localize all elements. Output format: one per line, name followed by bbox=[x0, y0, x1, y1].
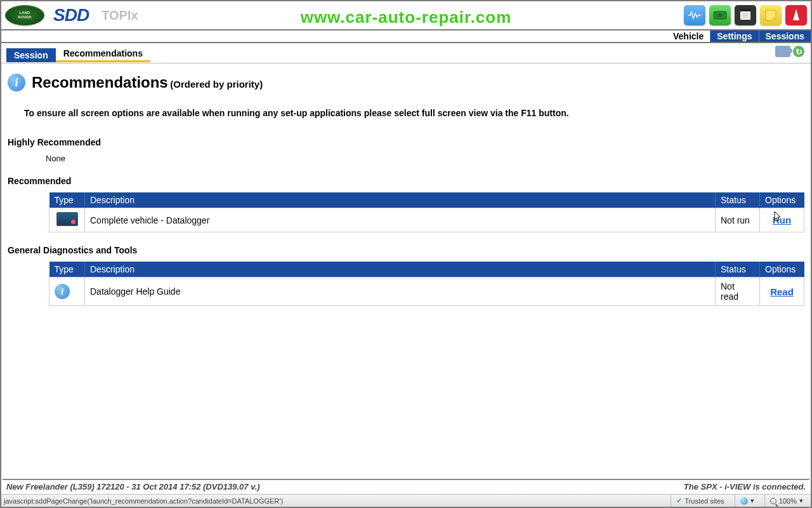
th-options: Options bbox=[760, 192, 804, 208]
info-type-icon: i bbox=[55, 284, 70, 299]
th-type: Type bbox=[49, 262, 85, 277]
dropdown-arrow-icon: ▾ bbox=[750, 497, 754, 505]
topbar-icons bbox=[684, 5, 807, 25]
tab-session[interactable]: Session bbox=[6, 48, 56, 62]
status-connection: The SPX - i-VIEW is connected. bbox=[684, 482, 806, 491]
oscilloscope-icon[interactable] bbox=[684, 5, 705, 25]
type-cell: i bbox=[49, 277, 85, 306]
instruction-text: To ensure all screen options are availab… bbox=[24, 108, 804, 118]
recommended-table: Type Description Status Options Complete… bbox=[49, 192, 804, 232]
svg-point-1 bbox=[718, 13, 722, 17]
sdd-logo: SDD bbox=[53, 5, 89, 25]
zoom-control[interactable]: 100% ▾ bbox=[764, 495, 808, 507]
th-options: Options bbox=[760, 262, 804, 277]
camera-icon[interactable] bbox=[775, 46, 790, 57]
app-topbar: LANDROVER SDD TOPIx www.car-auto-repair.… bbox=[1, 1, 811, 29]
status-cell: Not run bbox=[716, 208, 760, 232]
page-title: Recommendations bbox=[32, 74, 168, 91]
th-status: Status bbox=[716, 192, 760, 208]
options-cell: Read bbox=[760, 277, 804, 306]
th-description: Description bbox=[85, 262, 716, 277]
sticky-note-icon[interactable] bbox=[760, 5, 782, 25]
money-icon[interactable] bbox=[709, 5, 731, 25]
browser-status-bar: javascript:sddPageChange('launch_recomme… bbox=[1, 494, 811, 507]
read-link[interactable]: Read bbox=[770, 286, 794, 297]
notepad-icon[interactable] bbox=[735, 5, 756, 25]
th-type: Type bbox=[49, 192, 85, 208]
run-link[interactable]: Run bbox=[773, 215, 791, 225]
watermark-text: www.car-auto-repair.com bbox=[301, 8, 512, 27]
status-protected-mode[interactable]: ▾ bbox=[735, 495, 759, 507]
magnifier-icon bbox=[770, 498, 776, 504]
datalogger-type-icon bbox=[56, 212, 78, 226]
table-row: i Datalogger Help Guide Not read Read bbox=[49, 277, 804, 306]
fire-extinguisher-icon[interactable] bbox=[785, 5, 807, 25]
highly-none: None bbox=[46, 154, 804, 163]
page-subtitle: (Ordered by priority) bbox=[170, 79, 263, 90]
desc-cell: Datalogger Help Guide bbox=[85, 277, 716, 306]
th-description: Description bbox=[85, 192, 716, 208]
general-table: Type Description Status Options i Datalo… bbox=[49, 262, 804, 306]
page-title-row: i Recommendations (Ordered by priority) bbox=[8, 74, 804, 91]
th-status: Status bbox=[716, 262, 760, 277]
app-status-bar: New Freelander (L359) 172120 - 31 Oct 20… bbox=[3, 479, 809, 493]
status-vehicle-info: New Freelander (L359) 172120 - 31 Oct 20… bbox=[6, 482, 260, 491]
main-nav: Vehicle Settings Sessions bbox=[1, 29, 811, 43]
nav-settings[interactable]: Settings bbox=[710, 30, 758, 42]
info-icon: i bbox=[8, 74, 25, 91]
section-recommended: Recommended bbox=[8, 176, 804, 186]
trusted-sites-label: Trusted sites bbox=[684, 497, 724, 505]
checkmark-icon: ✓ bbox=[676, 497, 682, 505]
zoom-level: 100% bbox=[779, 497, 797, 505]
tab-recommendations[interactable]: Recommendations bbox=[56, 46, 150, 62]
status-cell: Not read bbox=[716, 277, 760, 306]
section-general: General Diagnostics and Tools bbox=[8, 245, 804, 255]
desc-cell: Complete vehicle - Datalogger bbox=[85, 208, 716, 232]
svg-rect-3 bbox=[740, 9, 750, 11]
type-cell bbox=[49, 208, 85, 232]
topix-link[interactable]: TOPIx bbox=[102, 8, 138, 23]
subtab-bar: Session Recommendations ↻ bbox=[1, 43, 811, 64]
nav-vehicle[interactable]: Vehicle bbox=[667, 30, 710, 42]
refresh-icon[interactable]: ↻ bbox=[793, 46, 804, 57]
dropdown-arrow-icon: ▾ bbox=[799, 497, 803, 505]
section-highly-recommended: Highly Recommended bbox=[8, 137, 804, 147]
status-js-url: javascript:sddPageChange('launch_recomme… bbox=[4, 497, 283, 505]
status-security-zone: ✓ Trusted sites bbox=[671, 495, 730, 507]
table-row: Complete vehicle - Datalogger Not run Ru… bbox=[49, 208, 804, 232]
content-area: i Recommendations (Ordered by priority) … bbox=[1, 64, 811, 325]
globe-icon bbox=[740, 497, 748, 505]
landrover-logo: LANDROVER bbox=[5, 5, 44, 25]
nav-sessions[interactable]: Sessions bbox=[759, 30, 811, 42]
options-cell: Run bbox=[760, 208, 804, 232]
